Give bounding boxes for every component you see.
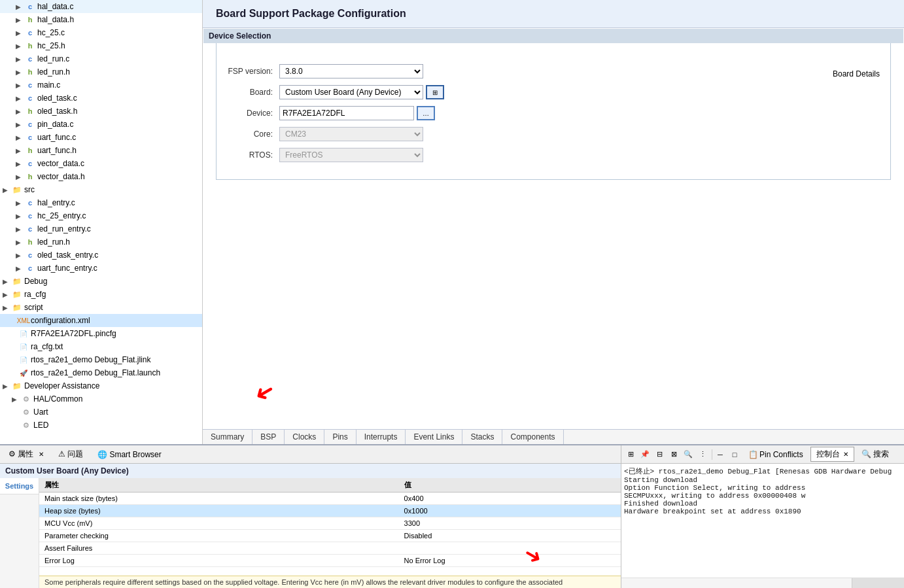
- device-input[interactable]: [279, 106, 414, 120]
- tab-pin-conflicts[interactable]: 📋 Pin Conflicts: [742, 448, 809, 461]
- tree-item-hc_25_entry_c[interactable]: ▶chc_25_entry.c: [0, 209, 202, 222]
- tree-item-oled_task_h[interactable]: ▶holed_task.h: [0, 105, 202, 118]
- tab-stacks[interactable]: Stacks: [462, 430, 502, 444]
- tree-item-led_run_c[interactable]: ▶cled_run.c: [0, 52, 202, 65]
- debug-toolbar-btn6[interactable]: ⋮: [696, 448, 709, 461]
- tree-item-hc_25_c[interactable]: ▶chc_25.c: [0, 26, 202, 39]
- table-row[interactable]: Heap size (bytes)0x1000: [39, 505, 621, 517]
- core-label: Core:: [227, 130, 279, 139]
- prop-value: Disabled: [399, 530, 621, 542]
- fsp-version-label: FSP version:: [227, 67, 279, 76]
- device-browse-button[interactable]: …: [417, 106, 435, 120]
- tree-label: hc_25.h: [37, 41, 65, 50]
- prop-value: [399, 542, 621, 555]
- board-details: Board Details: [833, 64, 880, 169]
- tree-item-developer_assistance[interactable]: ▶📁Developer Assistance: [0, 379, 202, 392]
- debug-minimize-btn[interactable]: ─: [714, 448, 727, 461]
- settings-tab[interactable]: Settings: [0, 478, 39, 494]
- debug-maximize-btn[interactable]: □: [728, 448, 741, 461]
- board-browse-button[interactable]: ⊞: [426, 85, 444, 99]
- debug-toolbar-btn4[interactable]: ⊠: [667, 448, 680, 461]
- main-container: ▶chal_data.c▶hhal_data.h▶chc_25.c▶hhc_25…: [0, 0, 904, 588]
- tree-item-uart_func_c[interactable]: ▶cuart_func.c: [0, 131, 202, 144]
- tab-clocks[interactable]: Clocks: [285, 430, 324, 444]
- tree-item-rtos_debug_launch[interactable]: 🚀rtos_ra2e1_demo Debug_Flat.launch: [0, 366, 202, 379]
- tab-properties[interactable]: ⚙ 属性 ✕: [3, 447, 50, 462]
- debug-input[interactable]: [621, 579, 852, 588]
- tree-item-oled_task_entry_c[interactable]: ▶coled_task_entry.c: [0, 249, 202, 262]
- prop-tab-close[interactable]: ✕: [39, 451, 44, 458]
- tree-item-ra_cfg_txt[interactable]: 📄ra_cfg.txt: [0, 340, 202, 353]
- tree-item-vector_data_h[interactable]: ▶hvector_data.h: [0, 170, 202, 183]
- bsp-header-title: Board Support Package Configuration: [216, 8, 406, 19]
- tree-item-uart_func_h[interactable]: ▶huart_func.h: [0, 144, 202, 157]
- tree-item-led_run_h[interactable]: ▶hled_run.h: [0, 65, 202, 78]
- debug-toolbar-btn3[interactable]: ⊟: [653, 448, 666, 461]
- debug-toolbar-btn1[interactable]: ⊞: [624, 448, 637, 461]
- tab-components[interactable]: Components: [502, 430, 563, 444]
- table-row[interactable]: MCU Vcc (mV)3300: [39, 517, 621, 530]
- tree-item-ra_cfg[interactable]: ▶📁ra_cfg: [0, 288, 202, 301]
- tab-event-links[interactable]: Event Links: [406, 430, 462, 444]
- tree-item-pin_data_c[interactable]: ▶cpin_data.c: [0, 118, 202, 131]
- tree-label: hal_data.h: [37, 15, 74, 24]
- core-control: CM23: [279, 127, 423, 141]
- bottom-section: ⚙ 属性 ✕ ⚠ 问题 🌐 Smart Browser Custom User …: [0, 444, 904, 588]
- tree-item-hal_common[interactable]: ▶⚙HAL/Common: [0, 392, 202, 406]
- tab-pins[interactable]: Pins: [324, 430, 356, 444]
- tree-item-R7FA2E1A72DFL_pincfg[interactable]: 📄R7FA2E1A72DFL.pincfg: [0, 327, 202, 340]
- tree-item-uart[interactable]: ⚙Uart: [0, 406, 202, 419]
- bsp-header: Board Support Package Configuration: [203, 0, 904, 28]
- tree-label: Debug: [24, 277, 47, 286]
- tree-item-led[interactable]: ⚙LED: [0, 419, 202, 432]
- prop-name: Main stack size (bytes): [39, 493, 399, 505]
- tree-label: ra_cfg.txt: [31, 342, 63, 351]
- tree-item-led_run_entry_c[interactable]: ▶cled_run_entry.c: [0, 222, 202, 235]
- tab-bsp[interactable]: BSP: [252, 430, 285, 444]
- table-row[interactable]: Error LogNo Error Log: [39, 555, 621, 567]
- tree-item-configuration_xml[interactable]: XMLconfiguration.xml: [0, 314, 202, 327]
- tree-item-hc_25_h[interactable]: ▶hhc_25.h: [0, 39, 202, 52]
- tab-summary[interactable]: Summary: [203, 430, 252, 444]
- tree-item-hal_entry_c[interactable]: ▶chal_entry.c: [0, 196, 202, 209]
- tree-label: main.c: [37, 80, 60, 90]
- tab-search[interactable]: 🔍 搜索: [856, 447, 895, 462]
- tree-label: hal_data.c: [37, 2, 73, 11]
- tree-item-rtos_debug_jlink[interactable]: 📄rtos_ra2e1_demo Debug_Flat.jlink: [0, 353, 202, 366]
- tree-item-hal_data_c[interactable]: ▶chal_data.c: [0, 0, 202, 13]
- board-select[interactable]: Custom User Board (Any Device): [279, 85, 423, 99]
- tree-label: vector_data.h: [37, 172, 85, 181]
- debug-toolbar-btn5[interactable]: 🔍: [682, 448, 695, 461]
- tree-label: led_run_entry.c: [37, 224, 91, 233]
- tab-interrupts[interactable]: Interrupts: [356, 430, 406, 444]
- tree-item-uart_func_entry_c[interactable]: ▶cuart_func_entry.c: [0, 262, 202, 275]
- tree-item-main_c[interactable]: ▶cmain.c: [0, 78, 202, 92]
- tab-console[interactable]: 控制台 ✕: [810, 447, 854, 462]
- tree-label: led_run.h: [37, 237, 70, 247]
- tree-item-script[interactable]: ▶📁script: [0, 301, 202, 314]
- table-row[interactable]: Parameter checkingDisabled: [39, 530, 621, 542]
- tree-item-hal_data_h[interactable]: ▶hhal_data.h: [0, 13, 202, 26]
- tab-problems[interactable]: ⚠ 问题: [52, 447, 89, 462]
- board-details-label: Board Details: [833, 69, 880, 78]
- fsp-version-select[interactable]: 3.8.0: [279, 64, 423, 78]
- console-line: <已终止> rtos_ra2e1_demo Debug_Flat [Renesa…: [624, 466, 901, 476]
- tree-item-src[interactable]: ▶📁src: [0, 183, 202, 196]
- col-value: 值: [399, 478, 621, 493]
- table-row[interactable]: Main stack size (bytes)0x400: [39, 493, 621, 505]
- debug-toolbar: ⊞ 📌 ⊟ ⊠ 🔍 ⋮ ─ □ 📋 Pin Conflicts 控制台 ✕: [621, 445, 904, 464]
- table-row[interactable]: Assert Failures: [39, 542, 621, 555]
- tab-smart-browser[interactable]: 🌐 Smart Browser: [92, 448, 167, 461]
- tree-label: hal_entry.c: [37, 198, 75, 207]
- tree-item-oled_task_c[interactable]: ▶coled_task.c: [0, 92, 202, 105]
- tree-label: pin_data.c: [37, 120, 73, 129]
- pin-conflicts-label: Pin Conflicts: [759, 450, 803, 459]
- console-line: Option Function Select, writing to addre…: [624, 484, 901, 492]
- tree-item-Debug[interactable]: ▶📁Debug: [0, 275, 202, 288]
- tree-item-vector_data_c[interactable]: ▶cvector_data.c: [0, 157, 202, 170]
- tree-item-led_run_h2[interactable]: ▶hled_run.h: [0, 235, 202, 249]
- console-line: Hardware breakpoint set at address 0x189…: [624, 508, 901, 515]
- console-close[interactable]: ✕: [843, 451, 848, 458]
- debug-toolbar-btn2[interactable]: 📌: [638, 448, 652, 461]
- smart-browser-icon: 🌐: [97, 450, 107, 459]
